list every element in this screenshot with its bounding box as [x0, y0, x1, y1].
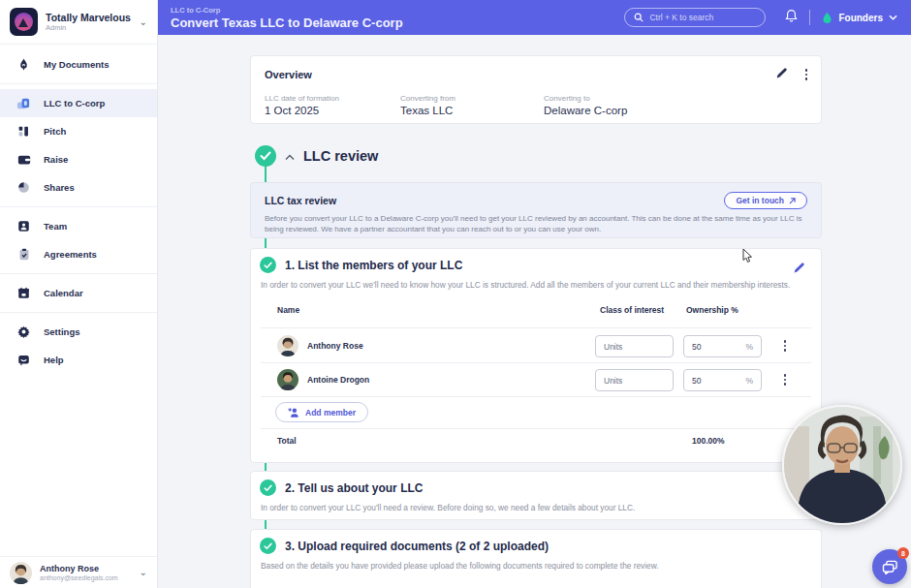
app-window: Totally Marvelous Admin ⌄ My Documents L… [0, 0, 911, 588]
bell-icon[interactable] [785, 9, 798, 26]
ownership-input[interactable]: 50 % [683, 335, 762, 357]
divider [0, 273, 157, 274]
table-row-member: Antoine Drogon [277, 369, 369, 390]
org-name: Totally Marvelous [46, 12, 132, 23]
field-label: Converting to [544, 93, 627, 104]
org-switcher[interactable]: Totally Marvelous Admin ⌄ [0, 0, 157, 45]
member-name: Anthony Rose [307, 341, 363, 351]
sidebar-item-help[interactable]: Help [0, 346, 157, 374]
member-name: Antoine Drogon [307, 375, 369, 385]
row-menu-icon[interactable] [780, 374, 790, 386]
column-header-ownership: Ownership % [686, 305, 738, 315]
collapse-chevron-icon[interactable] [285, 152, 295, 163]
chevron-down-icon: ⌄ [140, 568, 147, 577]
llc-tax-review-card: LLC tax review Get in touch Before you c… [250, 182, 822, 238]
chat-bubbles-icon [882, 560, 898, 574]
divider [0, 206, 157, 207]
account-switcher[interactable]: Founders [822, 12, 897, 24]
class-of-interest-input[interactable]: Units [595, 369, 674, 391]
search-input[interactable] [649, 13, 756, 22]
sidebar-item-pitch[interactable]: Pitch [0, 117, 157, 145]
search-box[interactable] [624, 8, 766, 27]
user-email: anthony@seedlegals.com [40, 573, 132, 582]
step-title: 1. List the members of your LLC [285, 259, 462, 272]
edit-pencil-icon[interactable] [793, 261, 805, 278]
step-1-card: 1. List the members of your LLC In order… [250, 248, 822, 463]
llc-review-section-header: LLC review [255, 145, 378, 167]
field-value: 1 Oct 2025 [265, 104, 400, 118]
sidebar-item-llc-to-c-corp[interactable]: LLC to C-corp [0, 89, 157, 117]
sidebar-item-shares[interactable]: Shares [0, 173, 157, 201]
step-subtitle: In order to convert your LLC we'll need … [261, 280, 790, 290]
sidebar: Totally Marvelous Admin ⌄ My Documents L… [0, 0, 158, 588]
top-header: LLC to C-Corp Convert Texas LLC to Delaw… [158, 0, 911, 35]
step-2-card: 2. Tell us about your LLC In order to co… [250, 471, 822, 520]
pie-chart-icon [16, 180, 31, 195]
kebab-menu-icon[interactable] [805, 69, 808, 80]
field-value: Delaware C-corp [544, 104, 627, 118]
account-label: Founders [838, 13, 883, 23]
user-name: Anthony Rose [40, 564, 132, 573]
sidebar-item-my-documents[interactable]: My Documents [0, 50, 157, 78]
org-role: Admin [46, 23, 132, 32]
column-header-name: Name [277, 305, 299, 315]
sidebar-item-agreements[interactable]: Agreements [0, 240, 157, 268]
edit-pencil-icon[interactable] [775, 66, 788, 83]
divider [0, 312, 157, 313]
step-title: 3. Upload required documents (2 of 2 upl… [285, 540, 549, 553]
check-circle-icon [260, 257, 276, 273]
step-subtitle: In order to convert your LLC you'll need… [261, 503, 635, 512]
get-in-touch-button[interactable]: Get in touch [724, 192, 807, 209]
class-of-interest-input[interactable]: Units [595, 335, 674, 357]
chevron-down-icon: ⌄ [140, 17, 147, 27]
check-circle-icon [260, 480, 276, 496]
sidebar-item-settings[interactable]: Settings [0, 318, 157, 346]
row-menu-icon[interactable] [780, 340, 790, 352]
chat-launcher-button[interactable]: 8 [872, 549, 907, 584]
step-title: 2. Tell us about your LLC [285, 481, 423, 495]
chat-smile-icon [16, 353, 31, 367]
sidebar-item-team[interactable]: Team [0, 212, 157, 240]
wallet-icon [16, 152, 31, 167]
section-title: LLC review [303, 148, 378, 164]
org-logo-icon [10, 8, 38, 36]
calendar-icon [16, 286, 31, 300]
table-row-member: Anthony Rose [277, 335, 363, 356]
notification-badge: 8 [897, 547, 909, 559]
avatar [277, 335, 298, 356]
divider [0, 83, 157, 84]
sidebar-item-raise[interactable]: Raise [0, 145, 157, 173]
sidebar-item-calendar[interactable]: Calendar [0, 279, 157, 307]
person-badge-icon [16, 219, 31, 233]
check-circle-icon [260, 538, 276, 554]
total-value: 100.00% [692, 436, 725, 446]
ownership-input[interactable]: 50 % [683, 369, 762, 391]
sidebar-user-menu[interactable]: Anthony Rose anthony@seedlegals.com ⌄ [0, 556, 157, 588]
step-3-card: 3. Upload required documents (2 of 2 upl… [250, 529, 822, 588]
divider [261, 327, 811, 328]
add-member-button[interactable]: Add member [275, 402, 368, 422]
gear-icon [16, 325, 31, 339]
person-plus-icon [288, 407, 299, 418]
llc-box-icon [16, 96, 31, 110]
mouse-cursor [742, 248, 754, 267]
check-circle-icon [255, 145, 276, 167]
divider [261, 362, 811, 363]
overview-card: Overview LLC date of formation 1 Oct 202… [250, 55, 822, 124]
clipboard-check-icon [16, 247, 31, 262]
avatar [10, 562, 32, 584]
field-label: Converting from [400, 93, 544, 104]
divider [261, 396, 811, 397]
avatar [277, 369, 298, 390]
pen-nib-icon [16, 57, 31, 72]
tax-review-body: Before you convert your LLC to a Delawar… [265, 214, 807, 234]
field-value: Texas LLC [400, 104, 544, 118]
page-title: Convert Texas LLC to Delaware C-corp [171, 15, 624, 30]
arrow-up-right-icon [789, 198, 796, 204]
divider [809, 10, 810, 25]
step-subtitle: Based on the details you have provided p… [261, 561, 659, 571]
droplet-icon [822, 12, 832, 24]
presenter-webcam-overlay [782, 405, 902, 525]
breadcrumb: LLC to C-Corp [171, 6, 624, 15]
search-icon [634, 9, 644, 26]
